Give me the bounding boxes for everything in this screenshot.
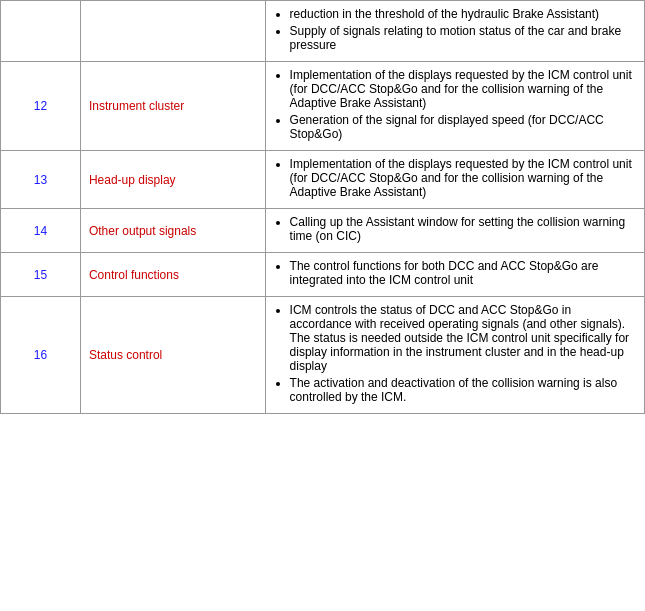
desc-item: reduction in the threshold of the hydrau… <box>290 7 636 21</box>
row-name-14: Other output signals <box>80 209 265 253</box>
table-row-15: 15 Control functions The control functio… <box>1 253 645 297</box>
desc-item: Calling up the Assistant window for sett… <box>290 215 636 243</box>
desc-item: The activation and deactivation of the c… <box>290 376 636 404</box>
row-name-15: Control functions <box>80 253 265 297</box>
row-name-partial <box>80 1 265 62</box>
row-num-12: 12 <box>1 62 81 151</box>
desc-item: Generation of the signal for displayed s… <box>290 113 636 141</box>
desc-item: The control functions for both DCC and A… <box>290 259 636 287</box>
row-desc-partial: reduction in the threshold of the hydrau… <box>265 1 644 62</box>
row-num-15: 15 <box>1 253 81 297</box>
row-desc-16: ICM controls the status of DCC and ACC S… <box>265 297 644 414</box>
table-row-13: 13 Head-up display Implementation of the… <box>1 151 645 209</box>
row-desc-15: The control functions for both DCC and A… <box>265 253 644 297</box>
desc-item: ICM controls the status of DCC and ACC S… <box>290 303 636 373</box>
row-num-13: 13 <box>1 151 81 209</box>
row-desc-12: Implementation of the displays requested… <box>265 62 644 151</box>
row-name-12: Instrument cluster <box>80 62 265 151</box>
row-num-16: 16 <box>1 297 81 414</box>
row-num-partial <box>1 1 81 62</box>
desc-item: Implementation of the displays requested… <box>290 157 636 199</box>
table-row-partial: reduction in the threshold of the hydrau… <box>1 1 645 62</box>
table-row-16: 16 Status control ICM controls the statu… <box>1 297 645 414</box>
desc-item: Implementation of the displays requested… <box>290 68 636 110</box>
row-num-14: 14 <box>1 209 81 253</box>
table-row-14: 14 Other output signals Calling up the A… <box>1 209 645 253</box>
row-desc-14: Calling up the Assistant window for sett… <box>265 209 644 253</box>
row-name-13: Head-up display <box>80 151 265 209</box>
row-name-16: Status control <box>80 297 265 414</box>
desc-item: Supply of signals relating to motion sta… <box>290 24 636 52</box>
row-desc-13: Implementation of the displays requested… <box>265 151 644 209</box>
table-row-12: 12 Instrument cluster Implementation of … <box>1 62 645 151</box>
